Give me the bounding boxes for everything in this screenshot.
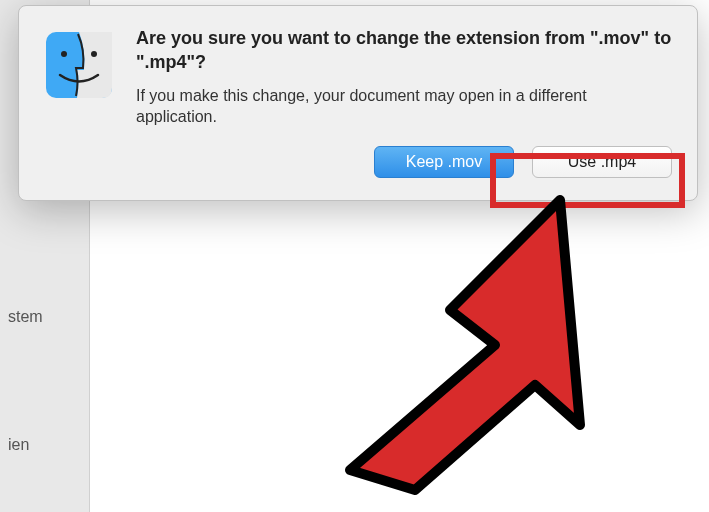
sidebar-item[interactable]: stem: [0, 298, 89, 336]
dialog-heading: Are you sure you want to change the exte…: [136, 26, 672, 75]
sidebar-item[interactable]: ien: [0, 426, 89, 464]
sidebar-item[interactable]: [0, 376, 89, 396]
confirm-dialog: Are you sure you want to change the exte…: [18, 5, 698, 201]
svg-point-1: [61, 51, 67, 57]
use-button[interactable]: Use .mp4: [532, 146, 672, 178]
dialog-buttons: Keep .mov Use .mp4: [136, 146, 672, 178]
dialog-text-area: Are you sure you want to change the exte…: [136, 26, 672, 178]
finder-icon: [44, 30, 114, 100]
dialog-content: Are you sure you want to change the exte…: [44, 26, 672, 178]
sidebar-item[interactable]: [0, 250, 89, 270]
svg-point-2: [91, 51, 97, 57]
keep-button[interactable]: Keep .mov: [374, 146, 514, 178]
dialog-body: If you make this change, your document m…: [136, 85, 672, 128]
